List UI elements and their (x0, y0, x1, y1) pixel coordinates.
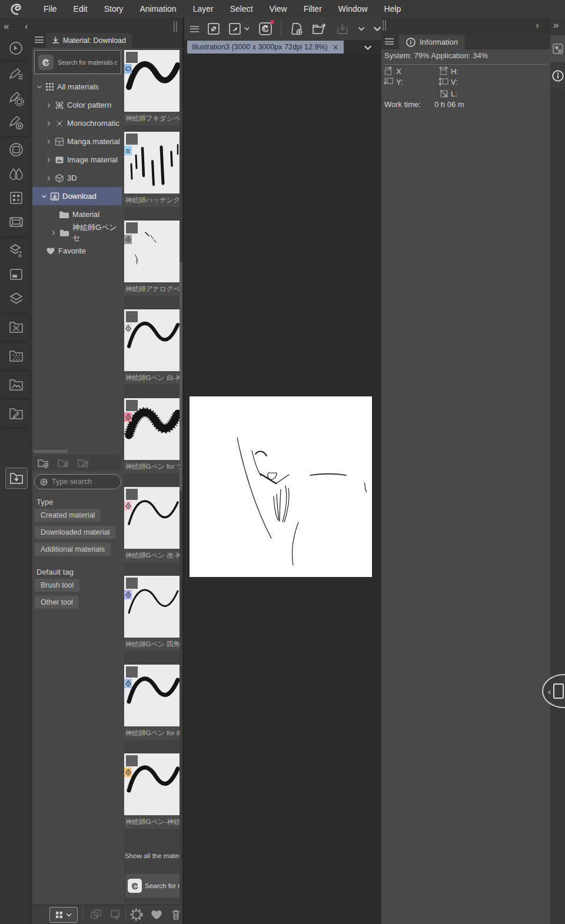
folder-monochrome-icon[interactable] (8, 349, 24, 363)
menu-edit[interactable]: Edit (65, 0, 96, 18)
folder-color-pattern-icon[interactable] (8, 320, 24, 334)
download-icon (52, 36, 59, 44)
splitter-dots[interactable]: ····· (70, 471, 85, 473)
new-canvas-icon[interactable] (290, 22, 304, 36)
collapse-all-right-icon[interactable]: » (553, 18, 559, 33)
tag-created-material[interactable]: Created material (35, 509, 101, 522)
tag-other-tool[interactable]: Other tool (35, 596, 79, 609)
tree-item-all-materials[interactable]: All materials (32, 78, 122, 96)
tag-brush-tool[interactable]: Brush tool (35, 579, 79, 592)
folder-download-icon[interactable] (9, 471, 24, 485)
frame-tool-icon[interactable] (8, 142, 24, 158)
folder-actions-bar (32, 455, 122, 471)
clip-studio-button[interactable] (258, 22, 272, 36)
tree-item-monochromatic[interactable]: Monochromatic (32, 114, 122, 132)
save-icon[interactable] (335, 22, 350, 35)
view-mode-button[interactable] (49, 907, 78, 923)
type-search-input[interactable] (52, 478, 111, 486)
material-thumbnail[interactable] (124, 665, 182, 726)
material-label: 神絵師Gペン for iPa (124, 726, 182, 740)
paste-to-canvas-button[interactable] (89, 909, 102, 920)
menu-animation[interactable]: Animation (131, 0, 184, 18)
tree-hscrollbar[interactable] (34, 450, 68, 453)
layer-thumbnail-icon[interactable] (8, 266, 24, 282)
tag-downloaded-material[interactable]: Downloaded material (35, 526, 115, 539)
panel-drag-handle[interactable] (383, 20, 386, 31)
collapse-left-icon[interactable]: ‹ (25, 19, 28, 34)
document-page[interactable] (190, 396, 372, 577)
close-tab-icon[interactable]: ✕ (333, 43, 339, 52)
show-all-materials-link[interactable]: Show all the materials (125, 852, 182, 859)
fit-screen-icon[interactable] (207, 22, 220, 35)
replace-material-button[interactable] (109, 909, 122, 920)
tree-item-3d[interactable]: 3D (32, 169, 122, 187)
collapse-all-left-icon[interactable]: « (4, 19, 9, 34)
menu-window[interactable]: Window (330, 0, 376, 18)
search-materials-button[interactable]: Search for mat (125, 874, 181, 898)
pen-target-tool-icon[interactable] (8, 115, 24, 131)
material-thumbnail[interactable] (124, 50, 182, 112)
edit-folder-button[interactable] (77, 458, 89, 468)
gear-icon[interactable] (130, 908, 143, 921)
panel-drag-handle[interactable] (174, 21, 177, 32)
operation-tool-icon[interactable] (8, 41, 24, 56)
material-thumbnail[interactable] (124, 398, 182, 460)
chevron-down-icon[interactable] (373, 26, 381, 32)
information-tab[interactable]: Information (399, 35, 465, 49)
information-rail-tab[interactable] (550, 63, 565, 89)
blend-tool-icon[interactable] (8, 166, 24, 182)
material-thumbnail[interactable] (124, 221, 182, 282)
material-download-tab[interactable]: Material: Download (46, 33, 132, 48)
menu-filter[interactable]: Filter (295, 0, 330, 18)
document-tab[interactable]: Illustration3 (3000 x 3000px 72dpi 12.9%… (187, 41, 344, 54)
folder-image-icon[interactable] (8, 378, 24, 392)
search-assets-button[interactable]: Search for materials on AS (34, 50, 121, 74)
tree-item-manga-material[interactable]: Manga material (32, 132, 122, 151)
folder-edit-icon[interactable] (8, 406, 24, 421)
manga-material-icon (55, 137, 64, 146)
collapse-right-icon[interactable]: › (536, 18, 539, 33)
delete-folder-button[interactable] (57, 458, 69, 468)
menu-view[interactable]: View (261, 0, 295, 18)
tree-item-download[interactable]: Download (32, 187, 122, 205)
material-panel-rail-tab[interactable] (550, 35, 565, 62)
material-label: 神絵師Gペン 白-神絵 (124, 371, 182, 385)
tree-item-image-material[interactable]: Image material (32, 151, 122, 169)
menu-layer[interactable]: Layer (185, 0, 222, 18)
tab-list-chevron-icon[interactable] (364, 45, 372, 51)
material-thumbnail[interactable] (124, 753, 182, 815)
layer-property-icon[interactable] (8, 242, 24, 258)
field-x: X (384, 66, 401, 76)
trash-icon[interactable] (170, 908, 182, 921)
pen-gear-tool-icon[interactable] (8, 91, 24, 106)
tree-item-color-pattern[interactable]: Color pattern (32, 96, 122, 114)
material-label: 神絵師アナログベタ (124, 282, 182, 296)
tree-item-material-folder[interactable]: Material (32, 205, 122, 224)
menu-file[interactable]: File (35, 0, 65, 18)
tree-item-gpen-folder[interactable]: 神絵師Gペンセ (32, 224, 122, 242)
material-thumbnail[interactable] (124, 487, 182, 549)
material-thumbnail[interactable] (124, 309, 182, 371)
pen-list-tool-icon[interactable] (8, 66, 24, 82)
panel-menu-handle-icon[interactable] (385, 38, 394, 45)
canvas-area[interactable] (184, 54, 381, 924)
toolbar-menu-handle-icon[interactable] (190, 26, 199, 32)
material-type-badge (124, 679, 132, 688)
layers-icon[interactable] (8, 291, 24, 306)
open-file-icon[interactable] (312, 22, 327, 35)
chevron-down-icon[interactable] (358, 26, 365, 32)
material-thumbnail[interactable] (124, 576, 182, 638)
tag-additional-materials[interactable]: Additional materials (35, 543, 111, 556)
quick-tool-icon[interactable] (228, 22, 241, 35)
chevron-down-icon[interactable] (244, 26, 250, 31)
menu-select[interactable]: Select (222, 0, 261, 18)
tree-item-favorite[interactable]: Favorite (32, 242, 122, 260)
menu-help[interactable]: Help (376, 0, 410, 18)
favorite-heart-icon[interactable] (150, 909, 163, 920)
menu-story[interactable]: Story (96, 0, 132, 18)
new-folder-button[interactable] (37, 458, 49, 468)
panel-menu-handle-icon[interactable] (35, 36, 44, 43)
pattern-tool-icon[interactable] (8, 190, 24, 206)
material-thumbnail[interactable] (124, 132, 182, 194)
film-tool-icon[interactable] (8, 214, 24, 230)
